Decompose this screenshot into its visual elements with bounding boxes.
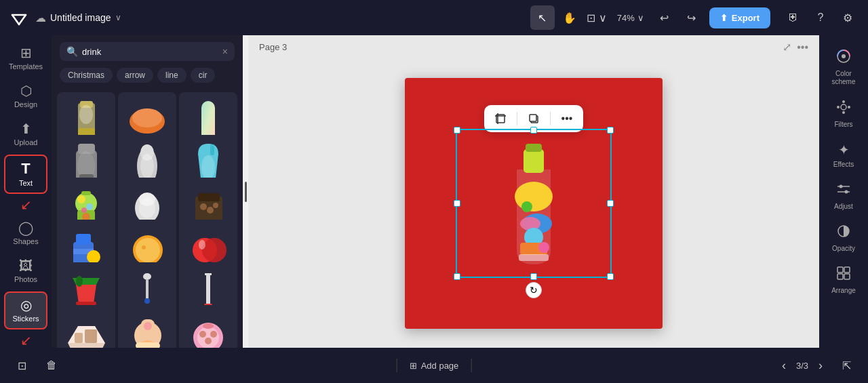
chip-arrow[interactable]: arrow [117,68,153,83]
clear-search-button[interactable]: × [222,46,228,57]
upload-icon: ⬆ [20,122,32,136]
adjust-label: Adjust [834,203,853,210]
search-icon: 🔍 [66,46,78,57]
svg-point-87 [845,190,848,194]
filters-btn[interactable]: Filters [823,94,864,134]
sidebar-item-text[interactable]: T Text [4,155,47,194]
export-label: Export [732,13,760,23]
page-back-btn[interactable]: ‹ [774,356,793,375]
cloud-icon: ☁ [35,12,46,24]
frame-btn[interactable]: ⊡ [11,355,33,376]
add-page-icon: ⊞ [410,361,417,371]
more-options-btn[interactable]: ••• [557,109,576,128]
add-page-button[interactable]: ⊞ Add page [403,358,466,374]
topbar: ☁ Untitled image ∨ ↖ ✋ ⊡ ∨ 74% ∨ ↩ ↪ ⬆ E… [0,0,868,35]
svg-point-18 [201,155,215,180]
svg-line-2 [19,15,26,24]
svg-point-44 [76,276,83,287]
sidebar-item-photos[interactable]: 🖼 Photos [4,254,47,289]
main-layout: ⊞ Templates ⬡ Design ⬆ Upload T Text ↙ ◯… [0,35,868,348]
text-arrow: ↙ [4,197,47,213]
svg-point-31 [200,203,207,210]
filters-label: Filters [834,121,852,128]
filter-chips: Christmas arrow line cir [52,68,243,89]
search-panel: 🔍 × Christmas arrow line cir [52,35,243,348]
resize-handle[interactable] [243,35,248,348]
list-item[interactable] [118,305,176,348]
page-more-btn[interactable]: ••• [797,41,808,54]
handle-bottom-left[interactable] [454,273,460,280]
svg-point-42 [202,238,226,262]
svg-point-86 [840,185,843,188]
effects-btn[interactable]: ✦ Effects [823,136,864,174]
sidebar-item-shapes[interactable]: ◯ Shapes [4,216,47,251]
rotate-handle[interactable]: ↻ [526,282,542,298]
svg-point-80 [842,100,845,103]
shield-btn[interactable]: ⛨ [781,5,806,30]
list-item[interactable] [179,305,237,348]
undo-btn[interactable]: ↩ [652,5,677,30]
sidebar-item-design[interactable]: ⬡ Design [4,79,47,114]
adjust-icon [836,182,851,200]
svg-point-59 [199,331,206,338]
filters-icon [836,100,851,118]
bottom-right: ‹ 3/3 › ⇱ [774,355,857,376]
svg-point-23 [86,203,93,210]
separator-2 [471,359,471,372]
settings-btn[interactable]: ⚙ [835,5,860,30]
text-label: Text [19,179,33,187]
hand-tool-btn[interactable]: ✋ [557,5,582,30]
list-item[interactable] [57,305,115,348]
help-btn[interactable]: ? [808,5,833,30]
zoom-label: 74% [617,13,635,23]
handle-mid-left[interactable] [454,200,460,207]
color-scheme-label: Colorscheme [831,70,855,86]
resize-dot [245,182,247,202]
arrange-btn[interactable]: Arrange [823,260,864,300]
canvas-page: ••• [405,78,663,329]
chip-cir[interactable]: cir [191,68,216,83]
svg-rect-30 [198,193,220,201]
svg-point-33 [213,203,218,208]
svg-line-1 [12,15,19,24]
redo-btn[interactable]: ↪ [679,5,704,30]
fullscreen-btn[interactable]: ⇱ [835,355,857,376]
expand-page-btn[interactable]: ⤢ [783,41,791,54]
handle-bottom-right[interactable] [607,273,614,280]
canvas-scroll[interactable]: ••• [248,59,819,348]
copy-layer-btn[interactable] [524,109,543,128]
svg-point-60 [210,331,217,338]
sidebar-item-upload[interactable]: ⬆ Upload [4,117,47,152]
chip-line[interactable]: line [157,68,186,83]
export-button[interactable]: ⬆ Export [709,7,770,28]
opacity-icon [836,224,851,242]
frame-tool-btn[interactable]: ⊡ ∨ [585,5,609,30]
svg-rect-92 [844,274,850,279]
handle-mid-right[interactable] [607,200,614,207]
trash-btn[interactable]: 🗑 [41,355,62,376]
handle-top-left[interactable] [454,127,460,134]
svg-point-22 [77,195,85,203]
title-chevron[interactable]: ∨ [115,13,121,22]
zoom-control[interactable]: 74% ∨ [612,10,650,26]
handle-top-right[interactable] [607,127,614,134]
search-input-wrap[interactable]: 🔍 × [60,42,235,61]
shapes-icon: ◯ [18,221,33,235]
color-scheme-btn[interactable]: Colorscheme [823,43,864,92]
chip-christmas[interactable]: Christmas [60,68,113,83]
svg-point-28 [139,198,155,218]
svg-point-81 [842,111,845,114]
left-nav: ⊞ Templates ⬡ Design ⬆ Upload T Text ↙ ◯… [0,35,52,348]
svg-rect-76 [519,254,549,261]
toolbar-divider-2 [550,112,551,125]
sidebar-item-templates[interactable]: ⊞ Templates [4,41,47,76]
crop-btn[interactable] [491,109,510,128]
svg-rect-68 [526,144,542,152]
cursor-tool-btn[interactable]: ↖ [530,5,555,30]
search-input[interactable] [82,47,218,57]
adjust-btn[interactable]: Adjust [823,176,864,216]
svg-point-43 [199,240,205,249]
page-forward-btn[interactable]: › [811,356,830,375]
opacity-btn[interactable]: Opacity [823,218,864,258]
sidebar-item-stickers[interactable]: ◎ Stickers [4,291,47,329]
